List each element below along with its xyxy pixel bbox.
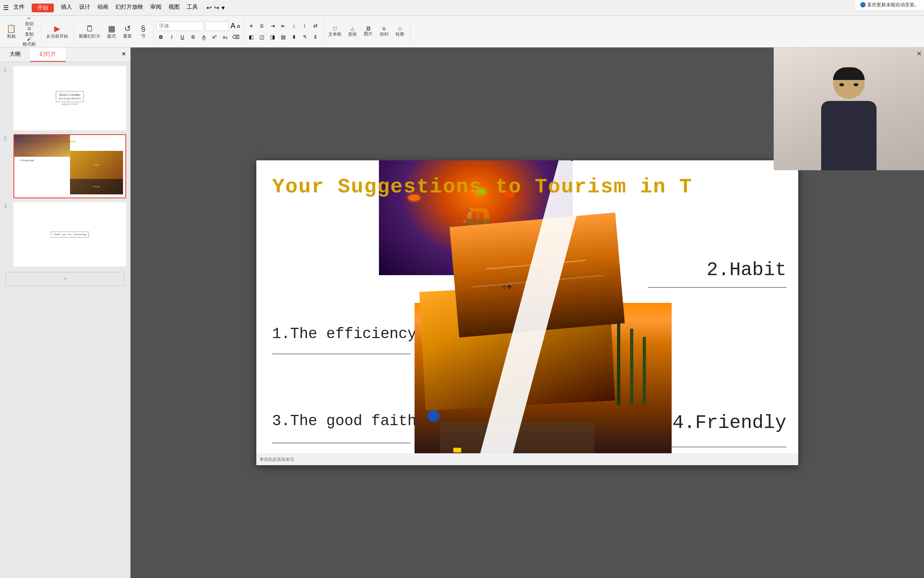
clear-format-btn[interactable]: ⌫ <box>231 32 240 42</box>
video-overlay: ✕ <box>774 48 924 170</box>
toolbar: 📋 粘贴 ✂ 剪切 ⧉ 复制 🖌 格式刷 ▶ 从当前开始 🗒 新建幻灯 <box>0 16 924 48</box>
text-box-btn[interactable]: ☐ 文本框 <box>326 21 344 42</box>
layout-icon: ▦ <box>108 24 116 33</box>
cut-btn[interactable]: ✂ 剪切 <box>20 17 38 26</box>
text-direction-btn[interactable]: ↰ <box>300 32 309 42</box>
bullet-list-btn[interactable]: ≡ <box>246 21 256 31</box>
font-size-small-icon[interactable]: a <box>237 23 240 29</box>
slide2-thumb-photo1 <box>14 135 70 157</box>
main-layout: 大纲 幻灯片 ✕ 1 KE311-711Video a s s i g n m … <box>0 48 924 578</box>
canvas-area: Your Suggestions to Tourism in T 1.The e… <box>131 48 924 578</box>
slide-preview-2[interactable]: Your Suggestions to Tourism in Thailand … <box>13 134 126 198</box>
slide-preview-3[interactable]: Thank you for listening <box>13 202 126 266</box>
notification-logo: 🔵 <box>860 2 866 8</box>
video-person <box>809 67 888 170</box>
sidebar: 大纲 幻灯片 ✕ 1 KE311-711Video a s s i g n m … <box>0 48 131 578</box>
image-icon: 🖼 <box>366 26 371 31</box>
undo-icon[interactable]: ↩ <box>206 4 212 11</box>
format-brush-icon: 🖌 <box>27 36 31 41</box>
text-box-group: ☐ 文本框 △ 形状 🖼 图片 ⧉ 排列 ◻ 轮廓 <box>326 20 411 44</box>
video-feed: ✕ <box>774 48 924 170</box>
subscript-btn[interactable]: x₂ <box>220 32 230 42</box>
font-name-input[interactable] <box>156 21 204 31</box>
main-item-2[interactable]: 2.Habit <box>706 259 786 281</box>
slide-bottom-bar: 单击此处添加条注 <box>256 453 798 465</box>
redo-icon[interactable]: ↪ <box>214 4 219 11</box>
line-spacing-btn[interactable]: ↕ <box>289 21 299 31</box>
slides-panel: 1 KE311-711Video a s s i g n m e n t 林建成… <box>0 62 130 578</box>
menu-design[interactable]: 设计 <box>79 4 90 12</box>
more-icon[interactable]: ▾ <box>222 4 225 11</box>
menu-view[interactable]: 视图 <box>169 4 180 12</box>
paste-label: 粘贴 <box>7 33 16 39</box>
menu-slideshow[interactable]: 幻灯片放映 <box>116 4 143 12</box>
main-item-4[interactable]: 4.Friendly <box>672 412 786 434</box>
undo-redo-group: ↩ ↪ ▾ <box>206 4 225 11</box>
arrange-icon: ⧉ <box>382 26 386 31</box>
direction-btn[interactable]: ⇄ <box>311 21 320 31</box>
columns-btn[interactable]: ⫶ <box>300 21 309 31</box>
copy-btn[interactable]: ⧉ 复制 <box>20 27 38 36</box>
tab-outline[interactable]: 大纲 <box>0 48 30 62</box>
new-slide-icon: 🗒 <box>86 24 94 33</box>
vertical-align-btn[interactable]: ⬍ <box>289 32 299 42</box>
indent-right-btn[interactable]: ⇥ <box>268 21 277 31</box>
slide-thumb-3[interactable]: 3 Thank you for listening <box>4 202 126 266</box>
format-brush-btn[interactable]: 🖌 格式刷 <box>20 37 38 47</box>
new-slide-btn[interactable]: 🗒 新建幻灯片 <box>76 21 103 42</box>
menu-hamburger-icon[interactable]: ☰ <box>3 4 9 11</box>
outline-btn[interactable]: ◻ 轮廓 <box>393 21 407 42</box>
align-left-btn[interactable]: ◧ <box>246 32 256 42</box>
distribute-btn[interactable]: ⇕ <box>311 32 320 42</box>
new-slide-group: 🗒 新建幻灯片 ▦ 版式 ↺ 重置 § 节 <box>76 20 154 44</box>
underline-btn[interactable]: U <box>178 32 187 42</box>
sidebar-close-btn[interactable]: ✕ <box>117 48 130 62</box>
slide-thumb-1[interactable]: 1 KE311-711Video a s s i g n m e n t 林建成… <box>4 66 126 130</box>
menu-insert[interactable]: 插入 <box>61 4 72 12</box>
image-btn[interactable]: 🖼 图片 <box>361 21 375 42</box>
video-close-btn[interactable]: ✕ <box>916 50 922 57</box>
paste-btn[interactable]: 📋 粘贴 <box>4 21 19 42</box>
add-slide-btn[interactable]: ＋ <box>6 272 125 286</box>
play-btn[interactable]: ▶ 从当前开始 <box>44 21 70 42</box>
slide2-thumb-friendly: 4.Friendly <box>70 179 123 195</box>
font-size-large-icon[interactable]: A <box>231 22 235 30</box>
align-justify-btn[interactable]: ▤ <box>278 32 288 42</box>
section-icon: § <box>141 24 145 33</box>
top-menus: 文件 开始 插入 设计 动画 幻灯片放映 审阅 视图 工具 <box>13 4 198 12</box>
menu-animation[interactable]: 动画 <box>97 4 108 12</box>
main-item-3[interactable]: 3.The good faith <box>272 413 417 430</box>
highlight-btn[interactable]: A̲ <box>199 32 208 42</box>
section-btn[interactable]: § 节 <box>136 21 150 42</box>
font-size-input[interactable]: 0 <box>205 21 229 31</box>
slide-preview-1[interactable]: KE311-711Video a s s i g n m e n t 林建成20… <box>13 66 126 130</box>
indent-left-btn[interactable]: ⇤ <box>278 21 288 31</box>
paste-group: 📋 粘贴 ✂ 剪切 ⧉ 复制 🖌 格式刷 <box>4 20 42 44</box>
italic-btn[interactable]: I <box>167 32 176 42</box>
menu-review[interactable]: 审阅 <box>150 4 161 12</box>
outline-icon: ◻ <box>398 26 402 31</box>
align-right-btn[interactable]: ◨ <box>268 32 277 42</box>
strikethrough-btn[interactable]: S <box>188 32 198 42</box>
underline-1 <box>272 354 411 354</box>
slide1-title-box: KE311-711Video a s s i g n m e n t <box>56 91 84 102</box>
underline-2 <box>648 287 786 288</box>
superscript-btn[interactable]: x² <box>210 32 219 42</box>
start-btn-top[interactable]: 开始 <box>32 4 54 12</box>
layout-btn[interactable]: ▦ 版式 <box>104 21 119 42</box>
copy-icon: ⧉ <box>28 26 31 31</box>
align-center-btn[interactable]: ◫ <box>257 32 267 42</box>
menu-file[interactable]: 文件 <box>13 4 25 12</box>
slide-thumb-2[interactable]: 2 Your Suggestions to Tourism in Thailan… <box>4 134 126 198</box>
slide-canvas[interactable]: Your Suggestions to Tourism in T 1.The e… <box>256 160 798 465</box>
shape-btn[interactable]: △ 形状 <box>345 21 360 42</box>
numbered-list-btn[interactable]: ① <box>257 21 267 31</box>
arrange-btn[interactable]: ⧉ 排列 <box>377 21 391 42</box>
slide2-thumb-habit: 2.Habit <box>70 151 123 179</box>
menu-tools[interactable]: 工具 <box>187 4 198 12</box>
tab-slides[interactable]: 幻灯片 <box>30 48 66 62</box>
reset-btn[interactable]: ↺ 重置 <box>120 21 134 42</box>
main-slide-title: Your Suggestions to Tourism in T <box>272 175 693 199</box>
bold-btn[interactable]: B <box>156 32 166 42</box>
play-icon: ▶ <box>54 24 60 33</box>
